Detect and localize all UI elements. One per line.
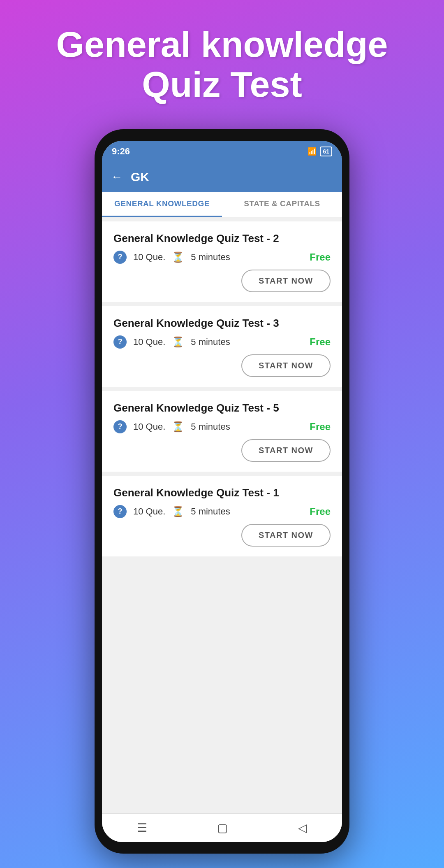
quiz-card-2-time: 5 minutes	[191, 252, 230, 263]
start-now-button-3[interactable]: START NOW	[241, 354, 331, 377]
quiz-card-2-questions: 10 Que.	[133, 252, 165, 263]
tab-state-capitals[interactable]: STATE & CAPITALS	[222, 192, 342, 217]
quiz-card-1-price: Free	[310, 506, 331, 517]
start-now-button-1[interactable]: START NOW	[241, 524, 331, 547]
quiz-card-3-price: Free	[310, 336, 331, 348]
quiz-card-3-questions: 10 Que.	[133, 337, 165, 347]
quiz-card-2-price: Free	[310, 251, 331, 263]
quiz-card-5-questions: 10 Que.	[133, 421, 165, 432]
quiz-card-3-meta: ? 10 Que. ⏳ 5 minutes Free	[113, 335, 331, 349]
quiz-card-5-title: General Knowledge Quiz Test - 5	[113, 402, 331, 414]
back-button[interactable]: ←	[111, 170, 123, 184]
app-bar: ← GK	[102, 162, 342, 192]
timer-icon: ⏳	[172, 251, 184, 263]
quiz-card-2-meta: ? 10 Que. ⏳ 5 minutes Free	[113, 251, 331, 264]
timer-icon-5: ⏳	[172, 421, 184, 433]
hero-title: General knowledge Quiz Test	[0, 25, 444, 105]
quiz-card-5-meta: ? 10 Que. ⏳ 5 minutes Free	[113, 420, 331, 433]
quiz-card-1-time: 5 minutes	[191, 506, 230, 517]
timer-icon-1: ⏳	[172, 506, 184, 517]
battery-icon: 61	[320, 147, 332, 156]
status-time: 9:26	[112, 146, 130, 157]
quiz-list: General Knowledge Quiz Test - 2 ? 10 Que…	[102, 217, 342, 813]
tab-general-knowledge[interactable]: GENERAL KNOWLEDGE	[102, 192, 222, 217]
quiz-card-2-title: General Knowledge Quiz Test - 2	[113, 232, 331, 245]
question-icon-1: ?	[113, 505, 127, 518]
question-icon-3: ?	[113, 335, 127, 349]
home-icon[interactable]: ▢	[217, 821, 228, 835]
menu-icon[interactable]: ☰	[137, 821, 147, 835]
timer-icon-3: ⏳	[172, 336, 184, 348]
quiz-card-3-title: General Knowledge Quiz Test - 3	[113, 317, 331, 330]
quiz-card-3: General Knowledge Quiz Test - 3 ? 10 Que…	[102, 306, 342, 387]
quiz-card-1-meta: ? 10 Que. ⏳ 5 minutes Free	[113, 505, 331, 518]
signal-icon: 📶	[308, 147, 317, 156]
quiz-card-1: General Knowledge Quiz Test - 1 ? 10 Que…	[102, 476, 342, 556]
app-bar-title: GK	[131, 170, 149, 184]
quiz-card-1-questions: 10 Que.	[133, 506, 165, 517]
quiz-card-5-time: 5 minutes	[191, 421, 230, 432]
start-now-button-2[interactable]: START NOW	[241, 270, 331, 292]
quiz-card-3-time: 5 minutes	[191, 337, 230, 347]
status-bar: 9:26 📶 61	[102, 141, 342, 162]
status-icons: 📶 61	[308, 147, 332, 156]
tabs-bar: GENERAL KNOWLEDGE STATE & CAPITALS	[102, 192, 342, 217]
quiz-card-5: General Knowledge Quiz Test - 5 ? 10 Que…	[102, 391, 342, 472]
phone-screen: 9:26 📶 61 ← GK GENERAL KNOWLEDGE STATE &…	[102, 141, 342, 842]
quiz-card-1-title: General Knowledge Quiz Test - 1	[113, 486, 331, 499]
quiz-card-5-price: Free	[310, 421, 331, 433]
question-icon-5: ?	[113, 420, 127, 433]
phone-frame: 9:26 📶 61 ← GK GENERAL KNOWLEDGE STATE &…	[95, 129, 349, 854]
start-now-button-5[interactable]: START NOW	[241, 439, 331, 462]
bottom-nav: ☰ ▢ ◁	[102, 813, 342, 842]
question-icon: ?	[113, 251, 127, 264]
quiz-card-2: General Knowledge Quiz Test - 2 ? 10 Que…	[102, 221, 342, 302]
back-nav-icon[interactable]: ◁	[298, 821, 307, 835]
